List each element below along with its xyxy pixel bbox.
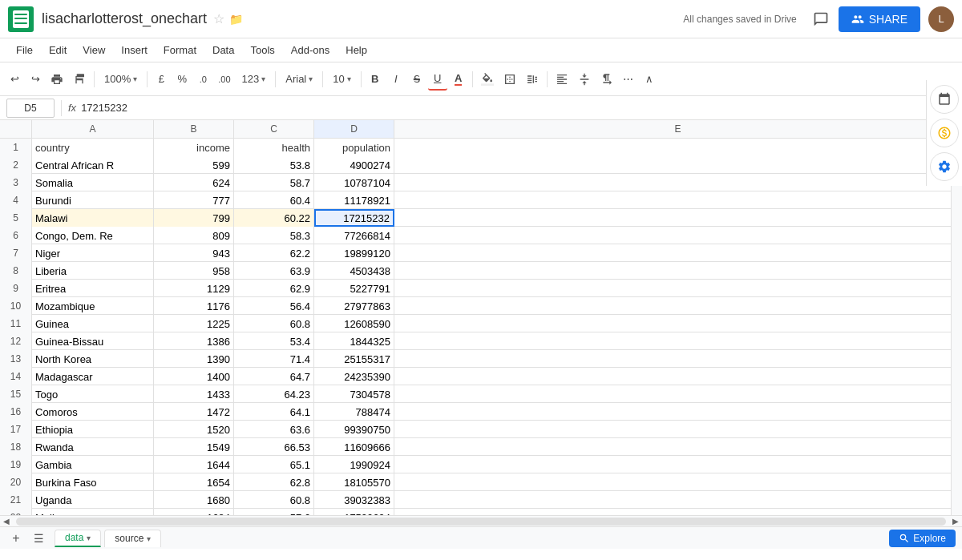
currency-button[interactable]: £ xyxy=(152,68,171,91)
cell-a2[interactable]: Central African R xyxy=(32,156,154,174)
cell-a21[interactable]: Uganda xyxy=(32,491,154,509)
cell-c9[interactable]: 62.9 xyxy=(234,280,314,297)
cell-b4[interactable]: 777 xyxy=(154,191,234,209)
cell-e22[interactable] xyxy=(394,509,962,515)
cell-c15[interactable]: 64.23 xyxy=(234,385,314,403)
cell-a3[interactable]: Somalia xyxy=(32,174,154,191)
col-header-b[interactable]: B xyxy=(154,120,234,138)
cell-b19[interactable]: 1644 xyxy=(154,456,234,473)
cell-b5[interactable]: 799 xyxy=(154,209,234,227)
cell-c11[interactable]: 60.8 xyxy=(234,315,314,332)
cell-e11[interactable] xyxy=(394,315,962,332)
col-header-e[interactable]: E xyxy=(394,120,962,138)
cell-b14[interactable]: 1400 xyxy=(154,368,234,385)
cell-c10[interactable]: 56.4 xyxy=(234,297,314,315)
avatar[interactable]: L xyxy=(928,6,954,32)
cell-d20[interactable]: 18105570 xyxy=(314,473,394,491)
text-color-button[interactable]: A xyxy=(449,68,468,91)
sheet-tab-data[interactable]: data ▾ xyxy=(55,530,101,547)
cell-d21[interactable]: 39032383 xyxy=(314,491,394,509)
cell-e14[interactable] xyxy=(394,368,962,385)
cell-b8[interactable]: 958 xyxy=(154,262,234,280)
cell-b9[interactable]: 1129 xyxy=(154,280,234,297)
col-header-c[interactable]: C xyxy=(234,120,314,138)
cell-d8[interactable]: 4503438 xyxy=(314,262,394,280)
align-vertical-button[interactable] xyxy=(574,68,595,91)
cell-b10[interactable]: 1176 xyxy=(154,297,234,315)
italic-button[interactable]: I xyxy=(386,68,406,91)
cell-d1[interactable]: population xyxy=(314,139,394,156)
cell-d14[interactable]: 24235390 xyxy=(314,368,394,385)
cell-c6[interactable]: 58.3 xyxy=(234,227,314,244)
cell-b20[interactable]: 1654 xyxy=(154,473,234,491)
sheet-tab-source[interactable]: source ▾ xyxy=(104,530,161,547)
text-direction-button[interactable] xyxy=(596,68,617,91)
cell-a16[interactable]: Comoros xyxy=(32,403,154,421)
paint-format-button[interactable] xyxy=(69,68,90,91)
cell-e1[interactable] xyxy=(394,139,962,156)
cell-e7[interactable] xyxy=(394,244,962,262)
cell-b12[interactable]: 1386 xyxy=(154,332,234,350)
cell-e21[interactable] xyxy=(394,491,962,509)
cell-d10[interactable]: 27977863 xyxy=(314,297,394,315)
cell-c18[interactable]: 66.53 xyxy=(234,438,314,456)
formula-input[interactable] xyxy=(81,99,956,118)
cell-a4[interactable]: Burundi xyxy=(32,191,154,209)
cell-a17[interactable]: Ethiopia xyxy=(32,421,154,438)
star-icon[interactable]: ☆ xyxy=(213,11,224,26)
cell-c2[interactable]: 53.8 xyxy=(234,156,314,174)
cell-c4[interactable]: 60.4 xyxy=(234,191,314,209)
cell-b1[interactable]: income xyxy=(154,139,234,156)
hscroll-track[interactable] xyxy=(16,518,946,526)
percent-button[interactable]: % xyxy=(172,68,192,91)
cell-c5[interactable]: 60.22 xyxy=(234,209,314,227)
format-number-dropdown[interactable]: 123 ▾ xyxy=(236,68,272,91)
cell-d3[interactable]: 10787104 xyxy=(314,174,394,191)
font-size-dropdown[interactable]: 10 ▾ xyxy=(327,68,356,91)
cell-e15[interactable] xyxy=(394,385,962,403)
menu-help[interactable]: Help xyxy=(338,41,375,59)
cell-a20[interactable]: Burkina Faso xyxy=(32,473,154,491)
cell-a10[interactable]: Mozambique xyxy=(32,297,154,315)
cell-e9[interactable] xyxy=(394,280,962,297)
zoom-dropdown[interactable]: 100% ▾ xyxy=(99,68,143,91)
cell-c1[interactable]: health xyxy=(234,139,314,156)
cell-c20[interactable]: 62.8 xyxy=(234,473,314,491)
cell-b6[interactable]: 809 xyxy=(154,227,234,244)
cell-d2[interactable]: 4900274 xyxy=(314,156,394,174)
cell-e4[interactable] xyxy=(394,191,962,209)
explore-button[interactable]: Explore xyxy=(889,530,956,547)
bold-button[interactable]: B xyxy=(366,68,385,91)
scroll-left-arrow[interactable]: ◀ xyxy=(0,517,13,526)
side-icon-3[interactable] xyxy=(930,152,959,181)
cell-a7[interactable]: Niger xyxy=(32,244,154,262)
merge-cells-button[interactable] xyxy=(522,68,543,91)
cell-d13[interactable]: 25155317 xyxy=(314,350,394,368)
cell-e13[interactable] xyxy=(394,350,962,368)
cell-a14[interactable]: Madagascar xyxy=(32,368,154,385)
cell-a1[interactable]: country xyxy=(32,139,154,156)
cell-d17[interactable]: 99390750 xyxy=(314,421,394,438)
menu-data[interactable]: Data xyxy=(204,41,242,59)
more-formats-button[interactable]: ⋯ xyxy=(619,68,638,91)
cell-d11[interactable]: 12608590 xyxy=(314,315,394,332)
cell-b17[interactable]: 1520 xyxy=(154,421,234,438)
strikethrough-button[interactable]: S̶ xyxy=(407,68,426,91)
cell-e6[interactable] xyxy=(394,227,962,244)
cell-e16[interactable] xyxy=(394,403,962,421)
cell-b3[interactable]: 624 xyxy=(154,174,234,191)
print-button[interactable] xyxy=(46,68,67,91)
menu-addons[interactable]: Add-ons xyxy=(283,41,338,59)
cell-a13[interactable]: North Korea xyxy=(32,350,154,368)
menu-file[interactable]: File xyxy=(8,41,41,59)
cell-a11[interactable]: Guinea xyxy=(32,315,154,332)
menu-view[interactable]: View xyxy=(75,41,113,59)
underline-button[interactable]: U xyxy=(428,68,447,91)
cell-c21[interactable]: 60.8 xyxy=(234,491,314,509)
document-title[interactable]: lisacharlotterost_onechart xyxy=(42,10,207,27)
cell-b13[interactable]: 1390 xyxy=(154,350,234,368)
cell-a9[interactable]: Eritrea xyxy=(32,280,154,297)
redo-button[interactable]: ↪ xyxy=(26,68,45,91)
cell-a22[interactable]: Mali xyxy=(32,509,154,515)
cell-b2[interactable]: 599 xyxy=(154,156,234,174)
